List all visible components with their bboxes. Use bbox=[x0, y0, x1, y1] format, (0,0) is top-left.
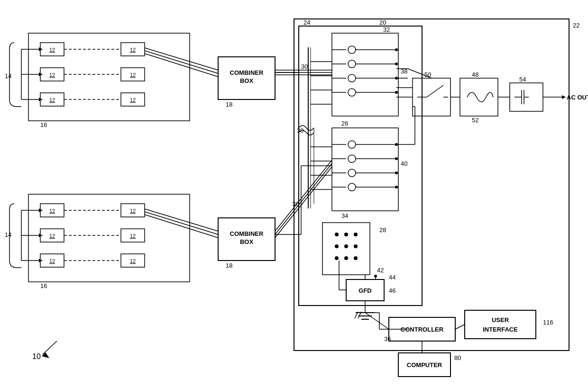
svg-point-83 bbox=[335, 244, 339, 248]
combiner-box-bot-label1: COMBINER bbox=[230, 230, 264, 237]
ref-16-bot: 16 bbox=[40, 282, 47, 289]
ref-32: 32 bbox=[383, 26, 390, 33]
svg-point-78 bbox=[395, 186, 398, 189]
panel-12-b3r: 12 bbox=[130, 258, 136, 264]
user-interface-label2: INTERFACE bbox=[483, 326, 518, 333]
ref-80: 80 bbox=[454, 354, 461, 361]
svg-point-49 bbox=[395, 48, 398, 51]
ref-18-top: 18 bbox=[226, 101, 232, 108]
ref-20: 20 bbox=[379, 19, 386, 26]
ref-24: 24 bbox=[303, 19, 310, 26]
ref-10: 10 bbox=[32, 352, 41, 360]
ref-52: 52 bbox=[472, 117, 478, 124]
panel-12-b3l: 12 bbox=[49, 258, 55, 264]
panel-12-t1l: 12 bbox=[49, 47, 55, 53]
ref-42: 42 bbox=[377, 267, 384, 274]
ref-44: 44 bbox=[389, 274, 395, 281]
panel-12-b1l: 12 bbox=[49, 208, 55, 214]
ref-30-mid: 30 bbox=[292, 200, 299, 207]
svg-point-84 bbox=[344, 244, 348, 248]
ref-50: 50 bbox=[424, 71, 431, 78]
computer-label: COMPUTER bbox=[407, 361, 442, 369]
svg-point-74 bbox=[395, 171, 398, 174]
ref-14-top: 14 bbox=[5, 72, 11, 80]
panel-12-t1r: 12 bbox=[130, 47, 136, 53]
ref-54: 54 bbox=[519, 76, 526, 83]
panel-12-t3r: 12 bbox=[130, 97, 136, 103]
panel-12-t2l: 12 bbox=[49, 72, 55, 78]
combiner-box-bot-label2: BOX bbox=[240, 238, 254, 245]
svg-point-88 bbox=[354, 256, 358, 260]
combiner-box-top-label2: BOX bbox=[240, 77, 254, 84]
svg-point-81 bbox=[344, 233, 348, 236]
svg-point-86 bbox=[335, 256, 339, 260]
svg-point-53 bbox=[395, 63, 398, 65]
svg-point-80 bbox=[335, 233, 339, 236]
user-interface-label1: USER bbox=[492, 316, 509, 324]
svg-point-87 bbox=[344, 256, 348, 260]
panel-12-b2r: 12 bbox=[130, 233, 136, 239]
ref-48: 48 bbox=[472, 71, 478, 78]
ref-116: 116 bbox=[543, 319, 553, 326]
svg-point-61 bbox=[395, 91, 398, 94]
panel-12-t2r: 12 bbox=[130, 72, 136, 78]
svg-point-85 bbox=[354, 244, 358, 248]
ref-14-bot: 14 bbox=[5, 231, 11, 238]
panel-12-b1r: 12 bbox=[130, 208, 136, 214]
ref-16-top: 16 bbox=[40, 121, 47, 128]
ref-40: 40 bbox=[401, 160, 407, 167]
panel-12-t3l: 12 bbox=[49, 97, 55, 103]
panel-12-b2l: 12 bbox=[49, 233, 55, 239]
ref-30-top: 30 bbox=[301, 63, 308, 70]
gfd-label: GFD bbox=[358, 287, 371, 294]
ref-28: 28 bbox=[379, 226, 386, 234]
ref-26: 26 bbox=[341, 120, 348, 127]
ref-36: 36 bbox=[384, 335, 391, 342]
combiner-box-top-label1: COMBINER bbox=[230, 69, 264, 76]
ref-22: 22 bbox=[573, 22, 579, 29]
ref-18-bot: 18 bbox=[226, 262, 232, 269]
ref-34: 34 bbox=[341, 212, 348, 219]
ref-46: 46 bbox=[389, 287, 395, 294]
svg-point-82 bbox=[354, 233, 358, 236]
svg-point-70 bbox=[395, 157, 398, 160]
ac-out-label: AC OUT bbox=[567, 94, 588, 101]
